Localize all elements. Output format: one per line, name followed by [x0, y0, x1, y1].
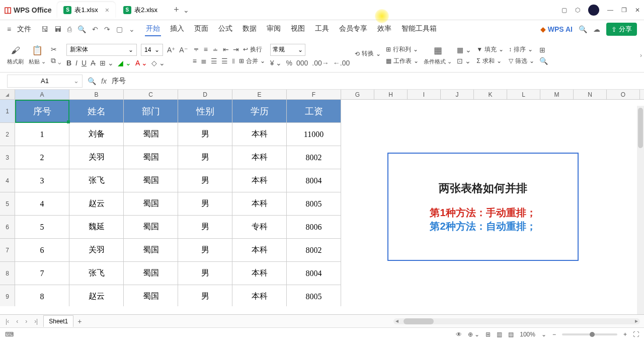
data-cell[interactable]: 1: [15, 123, 69, 146]
fill-color-icon[interactable]: ◢ ⌄: [118, 59, 131, 67]
file-menu[interactable]: 文件: [17, 25, 31, 34]
data-cell[interactable]: 蜀国: [124, 146, 178, 169]
menu-效率[interactable]: 效率: [376, 22, 392, 36]
row-header-1[interactable]: 1: [0, 100, 15, 123]
data-cell[interactable]: 5: [15, 216, 69, 239]
chevron-down-icon[interactable]: ⌄: [541, 331, 546, 338]
data-cell[interactable]: 蜀国: [124, 285, 178, 306]
scroll-thumb[interactable]: [638, 108, 643, 148]
highlight-icon[interactable]: ◇ ⌄: [151, 59, 165, 67]
font-color-icon[interactable]: A ⌄: [135, 59, 147, 67]
sort-button[interactable]: ↕ 排序 ⌄: [509, 45, 534, 54]
increase-indent-icon[interactable]: ⇥: [233, 45, 239, 53]
col-header-L[interactable]: L: [507, 90, 540, 99]
data-cell[interactable]: 8005: [287, 192, 341, 216]
zoom-formula-icon[interactable]: 🔍: [88, 77, 96, 85]
filter-button[interactable]: ▽ 筛选 ⌄: [509, 57, 534, 65]
data-cell[interactable]: 6: [15, 239, 69, 262]
col-header-E[interactable]: E: [232, 90, 287, 99]
formula-content[interactable]: 序号: [112, 77, 126, 86]
data-cell[interactable]: 关羽: [69, 146, 124, 169]
col-header-H[interactable]: H: [374, 90, 408, 99]
row-header-7[interactable]: 7: [0, 239, 15, 262]
cond-format-button[interactable]: ▦条件格式 ⌄: [424, 45, 452, 65]
data-cell[interactable]: 蜀国: [124, 192, 178, 216]
col-header-K[interactable]: K: [474, 90, 507, 99]
data-cell[interactable]: 关羽: [69, 239, 124, 262]
data-cell[interactable]: 8002: [287, 146, 341, 169]
data-cell[interactable]: 男: [178, 123, 232, 146]
strikethrough-icon[interactable]: A̶: [91, 59, 96, 67]
decrease-indent-icon[interactable]: ⇤: [223, 45, 229, 53]
menu-公式[interactable]: 公式: [217, 22, 233, 36]
freeze-icon[interactable]: ⊞: [539, 46, 548, 54]
col-header-F[interactable]: F: [287, 90, 341, 99]
fullscreen-icon[interactable]: ⛶: [633, 331, 639, 338]
data-cell[interactable]: 8004: [287, 169, 341, 192]
comma-icon[interactable]: 000: [296, 59, 308, 67]
row-header-4[interactable]: 4: [0, 169, 15, 192]
data-cell[interactable]: 男: [178, 192, 232, 216]
redo-icon[interactable]: ↷: [104, 25, 110, 33]
menu-审阅[interactable]: 审阅: [266, 22, 282, 36]
number-format-select[interactable]: 常规⌄: [270, 44, 305, 56]
distribute-icon[interactable]: ⫴: [232, 57, 235, 65]
data-cell[interactable]: 刘备: [69, 123, 124, 146]
menu-页面[interactable]: 页面: [193, 22, 209, 36]
document-tab-1[interactable]: S 表1.xlsx ×: [57, 2, 115, 18]
undo-icon[interactable]: ↶: [92, 25, 98, 33]
data-cell[interactable]: 蜀国: [124, 239, 178, 262]
sheet-first-icon[interactable]: |‹: [4, 318, 11, 325]
decrease-decimal-icon[interactable]: ←.00: [333, 59, 350, 67]
merge-button[interactable]: ⊞ 合并 ⌄: [239, 57, 265, 65]
data-cell[interactable]: 赵云: [69, 192, 124, 216]
data-cell[interactable]: 8: [15, 285, 69, 306]
data-cell[interactable]: 8004: [287, 262, 341, 285]
col-header-G[interactable]: G: [341, 90, 374, 99]
fx-icon[interactable]: fx: [101, 77, 107, 85]
header-cell[interactable]: 学历: [232, 100, 287, 123]
header-cell[interactable]: 姓名: [69, 100, 124, 123]
currency-icon[interactable]: ¥ ⌄: [270, 59, 282, 67]
col-header-O[interactable]: O: [607, 90, 640, 99]
underline-icon[interactable]: U: [82, 59, 87, 67]
sheet-next-icon[interactable]: ›: [24, 318, 29, 325]
save-as-icon[interactable]: 🖬: [54, 25, 61, 33]
data-cell[interactable]: 张飞: [69, 262, 124, 285]
row-col-button[interactable]: ⊞ 行和列 ⌄: [386, 45, 419, 54]
chevron-down-icon[interactable]: ⌄: [183, 6, 189, 14]
wrap-button[interactable]: ↩ 换行: [243, 45, 262, 54]
data-cell[interactable]: 本科: [232, 192, 287, 216]
avatar[interactable]: [588, 5, 599, 16]
data-cell[interactable]: 本科: [232, 146, 287, 169]
align-left-icon[interactable]: ≡: [193, 57, 197, 65]
close-window-icon[interactable]: ✕: [635, 7, 640, 14]
menu-视图[interactable]: 视图: [290, 22, 306, 36]
maximize-icon[interactable]: ❐: [621, 7, 627, 14]
data-cell[interactable]: 8002: [287, 239, 341, 262]
sheet-tab[interactable]: Sheet1: [43, 315, 73, 327]
data-cell[interactable]: 8006: [287, 216, 341, 239]
sheet-last-icon[interactable]: ›|: [33, 318, 39, 325]
sum-button[interactable]: Σ 求和 ⌄: [476, 57, 504, 65]
new-tab-button[interactable]: +: [174, 5, 179, 15]
cloud-icon[interactable]: ☁: [593, 25, 600, 33]
crop-icon[interactable]: ⊡ ⌄: [457, 57, 471, 65]
horizontal-scrollbar[interactable]: ◂ ▸: [393, 318, 640, 324]
name-box[interactable]: A1⌄: [7, 75, 83, 88]
align-bottom-icon[interactable]: ⫨: [212, 45, 219, 53]
italic-icon[interactable]: I: [75, 59, 77, 67]
data-cell[interactable]: 蜀国: [124, 216, 178, 239]
data-cell[interactable]: 专科: [232, 216, 287, 239]
chevron-down-icon[interactable]: ⌄: [129, 25, 135, 33]
menu-会员专享[interactable]: 会员专享: [338, 22, 368, 36]
data-cell[interactable]: 本科: [232, 262, 287, 285]
header-cell[interactable]: 性别: [178, 100, 232, 123]
font-size-select[interactable]: 14⌄: [141, 44, 163, 56]
zoom-out-icon[interactable]: −: [552, 331, 556, 338]
input-mode-icon[interactable]: ⌨: [5, 331, 14, 338]
view-page-icon[interactable]: ▥: [497, 331, 502, 338]
add-sheet-button[interactable]: +: [77, 317, 82, 325]
data-cell[interactable]: 赵云: [69, 285, 124, 306]
data-cell[interactable]: 4: [15, 192, 69, 216]
